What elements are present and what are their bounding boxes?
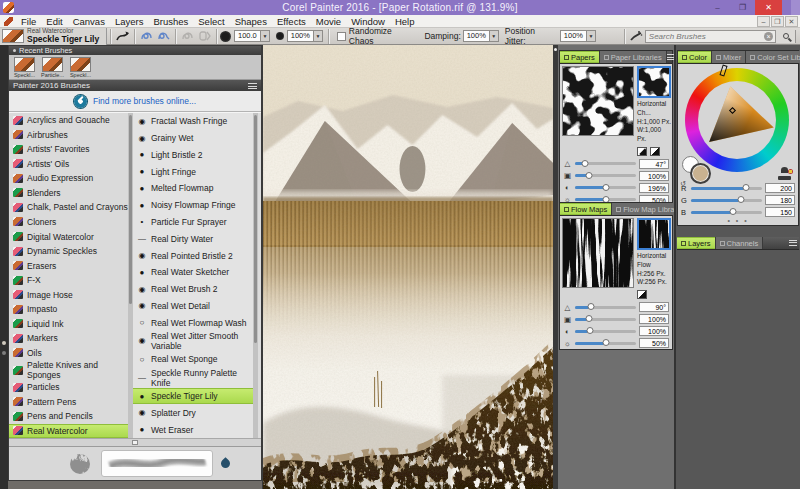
slider-knob[interactable] bbox=[588, 303, 595, 310]
slider-row[interactable]: ☼ 50% bbox=[560, 337, 672, 349]
menu-item[interactable]: Brushes bbox=[148, 15, 193, 28]
doc-minimize-button[interactable]: – bbox=[757, 16, 770, 27]
slider-value[interactable]: 50% bbox=[639, 338, 669, 348]
slider-row[interactable]: ◐ 196% bbox=[560, 182, 672, 194]
brush-category-item[interactable]: Pattern Pens bbox=[9, 395, 128, 410]
slider-track[interactable] bbox=[575, 342, 636, 345]
panel-tab[interactable]: Layers bbox=[677, 237, 716, 249]
brush-category-item[interactable]: Blenders bbox=[9, 186, 128, 201]
find-more-brushes-banner[interactable]: Find more brushes online... bbox=[9, 91, 261, 112]
brush-variant-item[interactable]: • Particle Fur Sprayer bbox=[133, 214, 253, 231]
slider-value[interactable]: 90° bbox=[639, 302, 669, 312]
brush-variant-item[interactable]: ◉ Real Wet Brush 2 bbox=[133, 281, 253, 298]
slider-row[interactable]: ▣ 100% bbox=[560, 313, 672, 325]
variant-scrollbar[interactable] bbox=[253, 113, 258, 438]
panel-tab[interactable]: Channels bbox=[716, 237, 764, 249]
flow-map-preview[interactable] bbox=[562, 218, 634, 288]
recent-brush-item[interactable]: Speckl... bbox=[68, 57, 93, 79]
restore-button[interactable]: ❐ bbox=[730, 0, 755, 15]
close-button[interactable]: ✕ bbox=[755, 0, 782, 15]
recent-brush-item[interactable]: Speckl... bbox=[12, 57, 37, 79]
category-scrollbar[interactable] bbox=[128, 113, 133, 438]
menu-item[interactable]: Canvas bbox=[68, 15, 110, 28]
panel-menu-icon[interactable] bbox=[787, 237, 799, 249]
slider-track[interactable] bbox=[691, 187, 762, 190]
slider-knob[interactable] bbox=[738, 196, 745, 203]
brush-category-item[interactable]: Artists' Favorites bbox=[9, 142, 128, 157]
panel-tab[interactable]: Paper Libraries bbox=[600, 51, 667, 63]
brush-category-item[interactable]: Oils bbox=[9, 346, 128, 361]
size-spinner[interactable]: 100.0 ▼ bbox=[234, 30, 270, 42]
brush-category-item[interactable]: Acrylics and Gouache bbox=[9, 113, 128, 128]
slider-row[interactable]: ▣ 100% bbox=[560, 170, 672, 182]
search-button[interactable] bbox=[775, 30, 795, 43]
size-dropdown-arrow[interactable]: ▼ bbox=[261, 30, 270, 42]
slider-track[interactable] bbox=[575, 186, 636, 189]
paper-directional-grain-icon[interactable] bbox=[637, 147, 647, 156]
slider-knob[interactable] bbox=[729, 208, 736, 215]
swap-colors-icon[interactable]: ↺ bbox=[680, 180, 686, 188]
brush-variant-item[interactable]: ● Melted Flowmap bbox=[133, 180, 253, 197]
slider-value[interactable]: 100% bbox=[639, 314, 669, 324]
search-brushes-box[interactable]: × bbox=[645, 30, 796, 43]
brush-category-item[interactable]: Dynamic Speckles bbox=[9, 244, 128, 259]
clear-search-icon[interactable]: × bbox=[764, 32, 773, 41]
slider-knob[interactable] bbox=[602, 339, 609, 346]
menu-item[interactable]: File bbox=[16, 15, 41, 28]
brush-library-header[interactable]: Painter 2016 Brushes bbox=[9, 80, 261, 91]
menu-item[interactable]: Select bbox=[193, 15, 229, 28]
brush-category-item[interactable]: Liquid Ink bbox=[9, 316, 128, 331]
canvas[interactable] bbox=[262, 45, 553, 489]
channel-value[interactable]: 200 bbox=[765, 183, 795, 193]
resize-handle[interactable] bbox=[132, 440, 138, 445]
brush-category-item[interactable]: F-X bbox=[9, 273, 128, 288]
slider-value[interactable]: 100% bbox=[639, 171, 669, 181]
panel-tab[interactable]: Mixer bbox=[712, 51, 746, 63]
brush-variant-item[interactable]: ● Real Water Sketcher bbox=[133, 264, 253, 281]
brush-selector-flyout[interactable]: Real Watercolor Speckle Tiger Lily bbox=[0, 28, 107, 45]
straight-line-strokes-icon[interactable] bbox=[155, 29, 172, 44]
randomize-chaos-checkbox[interactable] bbox=[337, 32, 346, 41]
slider-track[interactable] bbox=[575, 174, 636, 177]
slider-row[interactable]: △ 90° bbox=[560, 301, 672, 313]
channel-value[interactable]: 180 bbox=[765, 195, 795, 205]
brush-variant-item[interactable]: ● Wet Eraser bbox=[133, 421, 253, 438]
menu-item[interactable]: Movie bbox=[311, 15, 346, 28]
slider-track[interactable] bbox=[575, 306, 636, 309]
channel-value[interactable]: 150 bbox=[765, 207, 795, 217]
brush-category-item[interactable]: Audio Expression bbox=[9, 171, 128, 186]
slider-knob[interactable] bbox=[587, 327, 594, 334]
recent-brush-item[interactable]: Particle... bbox=[40, 57, 65, 79]
rgb-slider-row[interactable]: G 180 bbox=[678, 194, 798, 206]
brush-category-item[interactable]: Palette Knives and Sponges bbox=[9, 360, 128, 380]
panel-tab[interactable]: Flow Maps bbox=[560, 203, 612, 215]
clone-color-icon[interactable] bbox=[777, 167, 792, 180]
panel-tab[interactable]: Papers bbox=[560, 51, 600, 63]
brush-variant-item[interactable]: — Real Dirty Water bbox=[133, 230, 253, 247]
brush-variant-item[interactable]: ● Speckle Tiger Lily bbox=[133, 388, 253, 405]
brush-variant-item[interactable]: ◉ Fractal Wash Fringe bbox=[133, 113, 253, 130]
menu-item[interactable]: Layers bbox=[110, 15, 149, 28]
brush-category-item[interactable]: Pens and Pencils bbox=[9, 409, 128, 424]
menu-item[interactable]: Effects bbox=[272, 15, 311, 28]
paper-swatch-thumbnail[interactable] bbox=[637, 66, 671, 98]
minimize-button[interactable]: – bbox=[705, 0, 730, 15]
doc-restore-button[interactable]: ❐ bbox=[771, 16, 784, 27]
recent-brushes-header[interactable]: Recent Brushes bbox=[9, 46, 261, 55]
brush-variant-item[interactable]: — Speckle Runny Palette Knife bbox=[133, 368, 253, 388]
brush-category-item[interactable]: Real Watercolor bbox=[9, 424, 128, 438]
brush-category-item[interactable]: Particles bbox=[9, 380, 128, 395]
brush-category-item[interactable]: Image Hose bbox=[9, 287, 128, 302]
slider-track[interactable] bbox=[691, 211, 762, 214]
opacity-value[interactable]: 100% bbox=[287, 30, 314, 42]
brush-variant-item[interactable]: ◉ Splatter Dry bbox=[133, 404, 253, 421]
slider-knob[interactable] bbox=[743, 184, 750, 191]
slider-track[interactable] bbox=[691, 199, 762, 202]
position-jitter-spinner[interactable]: 100% ▼ bbox=[560, 30, 596, 42]
brush-variant-item[interactable]: ● Light Bristle 2 bbox=[133, 147, 253, 164]
brush-variant-item[interactable]: ◉ Real Wet Detail bbox=[133, 297, 253, 314]
brush-variant-item[interactable]: ● Light Fringe bbox=[133, 163, 253, 180]
menu-item[interactable]: Edit bbox=[41, 15, 67, 28]
paper-invert-icon[interactable] bbox=[650, 147, 660, 156]
paper-texture-preview[interactable] bbox=[562, 66, 634, 136]
